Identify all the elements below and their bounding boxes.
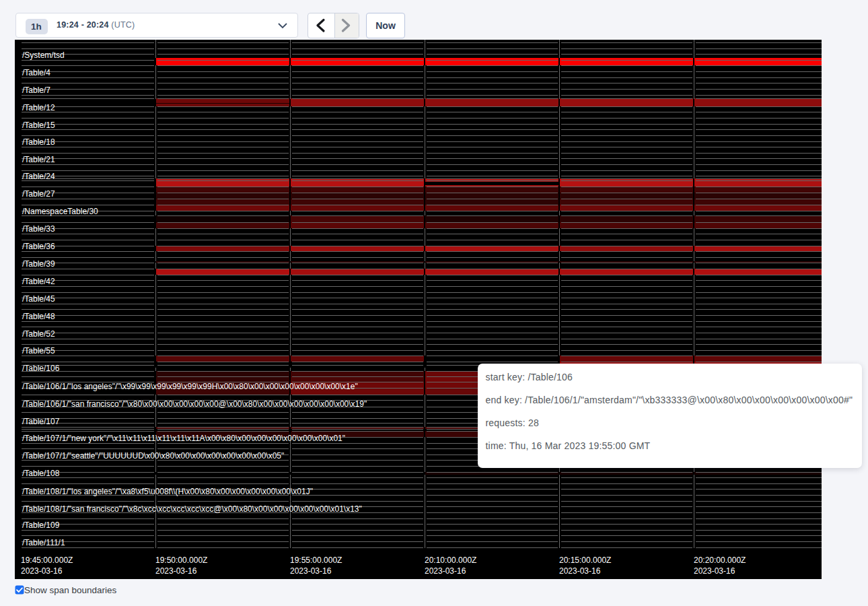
svg-text:/Table/52: /Table/52 — [22, 329, 55, 339]
svg-text:/Table/36: /Table/36 — [22, 242, 55, 251]
svg-text:/System/tsd: /System/tsd — [22, 50, 65, 60]
svg-text:2023-03-16: 2023-03-16 — [425, 566, 466, 576]
svg-text:/Table/107/1/"new york"/"\x11\: /Table/107/1/"new york"/"\x11\x11\x11\x1… — [22, 434, 345, 443]
svg-text:/Table/12: /Table/12 — [22, 103, 55, 112]
svg-text:2023-03-16: 2023-03-16 — [21, 566, 63, 576]
svg-text:/Table/106/1/"san francisco"/": /Table/106/1/"san francisco"/"\x80\x00\x… — [22, 399, 367, 409]
svg-text:/Table/55: /Table/55 — [22, 346, 55, 356]
svg-text:20:10:00.000Z: 20:10:00.000Z — [425, 556, 476, 565]
svg-text:/Table/21: /Table/21 — [22, 155, 55, 164]
svg-text:/Table/18: /Table/18 — [22, 137, 55, 147]
svg-text:2023-03-16: 2023-03-16 — [559, 566, 601, 576]
svg-text:/Table/107/1/"seattle"/"UUUUUU: /Table/107/1/"seattle"/"UUUUUUD\x00\x80\… — [22, 451, 284, 461]
svg-text:/NamespaceTable/30: /NamespaceTable/30 — [22, 207, 98, 216]
svg-text:19:50:00.000Z: 19:50:00.000Z — [155, 556, 207, 565]
svg-text:/Table/108: /Table/108 — [22, 469, 60, 478]
svg-text:/Table/45: /Table/45 — [22, 294, 55, 304]
svg-text:19:55:00.000Z: 19:55:00.000Z — [290, 556, 342, 565]
svg-text:/Table/111/1: /Table/111/1 — [22, 538, 65, 547]
svg-text:19:45:00.000Z: 19:45:00.000Z — [21, 556, 73, 565]
svg-text:/Table/106/1/"los angeles"/"\x: /Table/106/1/"los angeles"/"\x99\x99\x99… — [22, 382, 358, 391]
svg-text:/Table/15: /Table/15 — [22, 121, 55, 130]
svg-text:/Table/33: /Table/33 — [22, 224, 55, 234]
svg-text:/Table/42: /Table/42 — [22, 277, 55, 286]
svg-text:2023-03-16: 2023-03-16 — [290, 566, 332, 576]
svg-text:/Table/27: /Table/27 — [22, 189, 55, 199]
svg-text:/Table/106: /Table/106 — [22, 364, 60, 373]
svg-text:20:20:00.000Z: 20:20:00.000Z — [694, 556, 746, 565]
svg-text:/Table/39: /Table/39 — [22, 259, 55, 269]
svg-text:/Table/109: /Table/109 — [22, 520, 60, 530]
svg-text:/Table/4: /Table/4 — [22, 68, 50, 77]
svg-text:/Table/107: /Table/107 — [22, 417, 60, 426]
svg-text:/Table/7: /Table/7 — [22, 86, 50, 95]
svg-text:2023-03-16: 2023-03-16 — [694, 566, 735, 576]
svg-text:/Table/48: /Table/48 — [22, 312, 55, 321]
svg-text:/Table/108/1/"san francisco"/": /Table/108/1/"san francisco"/"\x8c\xcc\x… — [22, 504, 362, 514]
svg-text:/Table/24: /Table/24 — [22, 172, 55, 181]
svg-text:2023-03-16: 2023-03-16 — [155, 566, 197, 576]
svg-text:20:15:00.000Z: 20:15:00.000Z — [559, 556, 611, 565]
svg-text:/Table/108/1/"los angeles"/"\x: /Table/108/1/"los angeles"/"\xa8\xf5\u00… — [22, 487, 313, 496]
